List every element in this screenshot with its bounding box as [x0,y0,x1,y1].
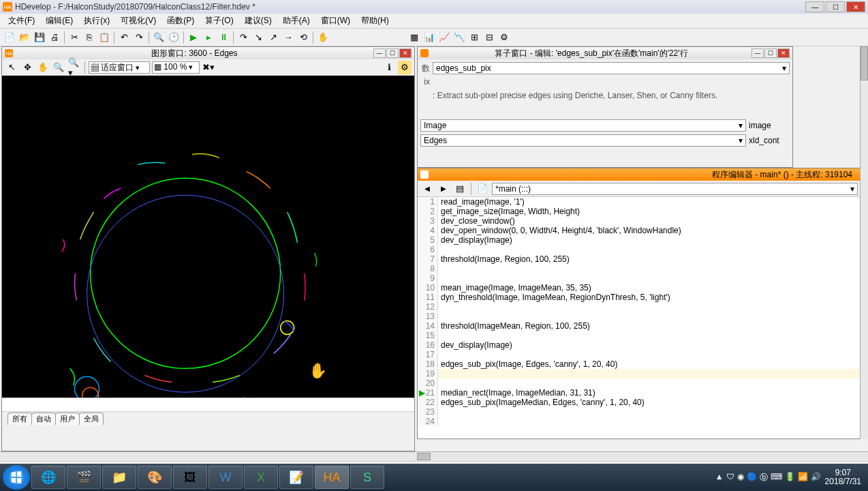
operator-name-field[interactable]: edges_sub_pix▾ [433,62,790,74]
goto-icon[interactable]: → [281,31,295,44]
var-icon[interactable]: ▦ [407,31,421,44]
graphics-tab-3[interactable]: 全局 [79,413,104,425]
code-line-5[interactable]: 5dev_display(Image) [418,235,861,245]
param1-field[interactable]: Image▾ [420,119,746,132]
menu-item-5[interactable]: 算子(O) [200,14,238,28]
undo-icon[interactable]: ↶ [117,31,131,44]
menu-item-6[interactable]: 建议(S) [239,14,277,28]
settings-icon[interactable]: ⚙ [398,61,412,74]
task-media[interactable]: 🎬 [67,466,101,489]
tray-clock[interactable]: 9:07 2018/7/31 [825,468,861,486]
param2-field[interactable]: Edges▾ [420,134,746,147]
task-explorer[interactable]: 📁 [102,466,136,489]
dropdown-icon[interactable]: ▾ [739,136,743,145]
menu-item-1[interactable]: 编辑(E) [40,14,78,28]
task-paint[interactable]: 🎨 [138,466,172,489]
code-line-10[interactable]: 10mean_image(Image, ImageMean, 35, 35) [418,283,861,293]
forward-icon[interactable]: ► [437,182,450,196]
code-line-19[interactable]: 19 [418,369,861,378]
hand-icon[interactable]: ✋ [36,61,50,74]
tray-app-icon[interactable]: ◉ [737,472,744,483]
chart4-icon[interactable]: ⊞ [467,31,481,44]
chart5-icon[interactable]: ⊟ [482,31,496,44]
chart3-icon[interactable]: 📉 [452,31,466,44]
scrollbar-thumb[interactable] [417,453,431,460]
code-line-9[interactable]: 9 [418,273,861,283]
dropdown-icon[interactable]: ▾ [850,184,854,194]
fit-combo[interactable]: ▦ 适应窗口 ▾ [89,61,150,74]
graphics-canvas[interactable]: ✋ [2,76,414,398]
code-line-14[interactable]: 14threshold(ImageMean, Region, 100, 255) [418,321,861,331]
task-word[interactable]: W [208,466,243,489]
graphics-tab-0[interactable]: 所有 [7,413,32,425]
gw-minimize-button[interactable]: — [373,48,386,58]
redo-icon[interactable]: ↷ [132,31,146,44]
menu-item-9[interactable]: 帮助(H) [356,14,394,28]
horizontal-scrollbar[interactable] [0,451,868,461]
maximize-button[interactable]: ☐ [826,1,845,12]
step-in-icon[interactable]: ↘ [251,31,265,44]
tray-shield-icon[interactable]: 🛡 [726,472,734,483]
tray-battery-icon[interactable]: 🔋 [785,472,795,483]
save-icon[interactable]: 💾 [33,31,46,44]
ow-minimize-button[interactable]: — [751,48,764,58]
dropdown-icon[interactable]: ▾ [739,121,743,130]
menu-item-0[interactable]: 文件(F) [3,14,40,28]
open-icon[interactable]: 📂 [18,31,31,44]
tray-volume-icon[interactable]: 🔊 [811,472,821,483]
minimize-button[interactable]: — [805,1,824,12]
code-line-22[interactable]: 22edges_sub_pix(ImageMedian, Edges, 'can… [418,398,861,407]
task-ie[interactable]: 🌐 [31,466,65,489]
code-line-18[interactable]: 18edges_sub_pix(Image, Edges, 'canny', 1… [418,359,861,369]
code-line-15[interactable]: 15 [418,331,861,340]
code-line-6[interactable]: 6 [418,245,861,254]
menu-item-4[interactable]: 函数(P) [161,14,200,28]
code-line-23[interactable]: 23 [418,407,861,417]
task-photos[interactable]: 🖼 [173,466,207,489]
ow-maximize-button[interactable]: ☐ [764,48,777,58]
scrollbar-thumb[interactable] [861,46,868,80]
graphics-tab-2[interactable]: 用户 [55,413,80,425]
doc-icon[interactable]: 📄 [476,182,489,196]
code-line-4[interactable]: 4dev_open_window(0, 0, Width/4, Height/4… [418,226,861,235]
tray-up-icon[interactable]: ▲ [715,472,724,483]
task-app[interactable]: S [350,466,384,489]
code-line-13[interactable]: 13 [418,312,861,321]
context-field[interactable]: *main (:::)▾ [492,183,858,195]
menu-item-7[interactable]: 助手(A) [277,14,315,28]
code-line-2[interactable]: 2get_image_size(Image, Width, Height) [418,207,861,216]
tray-keyboard-icon[interactable]: ⌨ [771,472,782,483]
code-line-24[interactable]: 24 [418,417,861,426]
list-icon[interactable]: ▤ [453,182,467,196]
pointer-icon[interactable]: ↖ [5,61,18,74]
run-icon[interactable]: ▶ [187,31,200,44]
stop-icon[interactable]: ⏸ [217,31,230,44]
task-halcon[interactable]: HA [315,466,349,489]
code-line-1[interactable]: 1read_image(Image, '1') [418,197,861,207]
chart2-icon[interactable]: 📈 [437,31,451,44]
find-icon[interactable]: 🔍 [152,31,166,44]
info-icon[interactable]: ℹ [382,61,396,74]
step-over-icon[interactable]: ↷ [236,31,250,44]
task-notes[interactable]: 📝 [279,466,313,489]
code-line-7[interactable]: 7threshold(Image, Region, 100, 255) [418,254,861,264]
zoom-in-icon[interactable]: 🔍 [52,61,65,74]
code-line-3[interactable]: 3dev_close_window() [418,216,861,226]
tray-net-icon[interactable]: 🔵 [747,472,757,483]
dropdown-icon[interactable]: ▾ [782,63,786,73]
code-line-8[interactable]: 8 [418,264,861,273]
tray-wifi-icon[interactable]: 📶 [798,472,808,483]
print-icon[interactable]: 🖨 [48,31,61,44]
menu-item-8[interactable]: 窗口(W) [315,14,356,28]
step-icon[interactable]: ▸ [202,31,215,44]
copy-icon[interactable]: ⎘ [82,31,96,44]
assist-icon[interactable]: ⚙ [497,31,511,44]
code-line-21[interactable]: 21median_rect(Image, ImageMedian, 31, 31… [418,388,861,398]
break-icon[interactable]: ✋ [316,31,330,44]
new-icon[interactable]: 📄 [3,31,16,44]
tray-bt-icon[interactable]: ⓑ [760,472,768,483]
ow-close-button[interactable]: ✕ [777,48,790,58]
code-line-20[interactable]: 20 [418,378,861,388]
code-line-17[interactable]: 17 [418,350,861,359]
gw-maximize-button[interactable]: ☐ [386,48,399,58]
